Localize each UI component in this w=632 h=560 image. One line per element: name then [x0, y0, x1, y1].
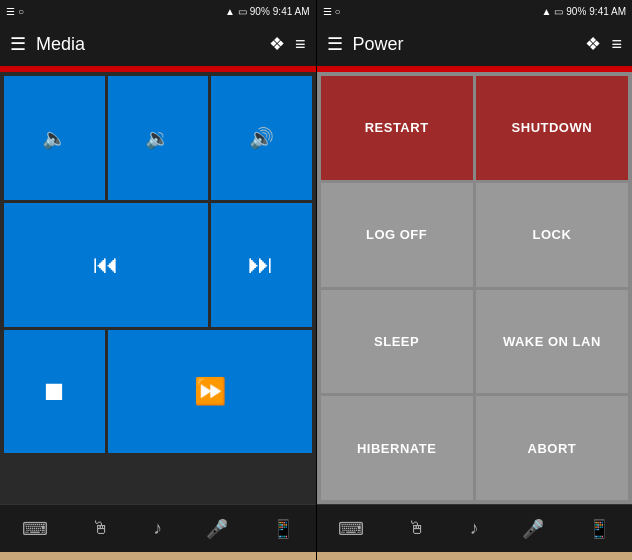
- status-bar-left-icons: ☰ ○: [6, 6, 24, 17]
- menu-icon-left[interactable]: ☰: [10, 33, 26, 55]
- battery-icon: ▭: [238, 6, 247, 17]
- layers-icon-left[interactable]: ❖: [269, 33, 285, 55]
- power-title: Power: [353, 34, 576, 55]
- prev-icon: ⏮: [93, 249, 119, 280]
- wifi-icon-right: ▲: [541, 6, 551, 17]
- phone-nav-icon-right[interactable]: 📱: [580, 510, 618, 548]
- mic-nav-icon-left[interactable]: 🎤: [198, 510, 236, 548]
- bottom-strip-left: [0, 552, 316, 560]
- vol-down-button[interactable]: 🔈: [4, 76, 105, 200]
- overflow-icon-right[interactable]: ≡: [611, 34, 622, 55]
- abort-button[interactable]: ABORT: [476, 396, 628, 500]
- mic-nav-icon-right[interactable]: 🎤: [514, 510, 552, 548]
- power-bottom-nav: ⌨ 🖱 ♪ 🎤 📱: [317, 504, 633, 552]
- power-panel: ☰ ○ ▲ ▭ 90% 9:41 AM ☰ Power ❖ ≡ RESTART …: [317, 0, 633, 560]
- layers-icon-right[interactable]: ❖: [585, 33, 601, 55]
- mouse-nav-icon-left[interactable]: 🖱: [84, 510, 118, 547]
- overflow-icon-left[interactable]: ≡: [295, 34, 306, 55]
- circle-icon-right: ○: [335, 6, 341, 17]
- power-grid: RESTART SHUTDOWN LOG OFF LOCK SLEEP WAKE…: [317, 72, 633, 504]
- status-bar-right-left-icons: ☰ ○: [323, 6, 341, 17]
- battery-percent-right: 90%: [566, 6, 586, 17]
- circle-icon: ○: [18, 6, 24, 17]
- next-button[interactable]: ⏭: [211, 203, 312, 327]
- mouse-nav-icon-right[interactable]: 🖱: [400, 510, 434, 547]
- music-nav-icon-right[interactable]: ♪: [462, 510, 487, 547]
- media-panel: ☰ ○ ▲ ▭ 90% 9:41 AM ☰ Media ❖ ≡ 🔈 🔉 🔊 ⏮: [0, 0, 316, 560]
- log-off-button[interactable]: LOG OFF: [321, 183, 473, 287]
- stop-button[interactable]: ⏹: [4, 330, 105, 454]
- status-bar-left: ☰ ○ ▲ ▭ 90% 9:41 AM: [0, 0, 316, 22]
- skip-forward-button[interactable]: ⏩: [108, 330, 312, 454]
- keyboard-nav-icon-left[interactable]: ⌨: [14, 510, 56, 548]
- vol-up-button[interactable]: 🔊: [211, 76, 312, 200]
- sleep-button[interactable]: SLEEP: [321, 290, 473, 394]
- battery-percent: 90%: [250, 6, 270, 17]
- lock-button[interactable]: LOCK: [476, 183, 628, 287]
- wake-on-lan-button[interactable]: WAKE ON LAN: [476, 290, 628, 394]
- media-app-bar: ☰ Media ❖ ≡: [0, 22, 316, 66]
- vol-mute-button[interactable]: 🔉: [108, 76, 209, 200]
- status-bar-right-icons: ▲ ▭ 90% 9:41 AM: [225, 6, 310, 17]
- music-nav-icon-left[interactable]: ♪: [145, 510, 170, 547]
- power-app-bar: ☰ Power ❖ ≡: [317, 22, 633, 66]
- vol-up-icon: 🔊: [249, 126, 274, 150]
- time-left: 9:41 AM: [273, 6, 310, 17]
- restart-button[interactable]: RESTART: [321, 76, 473, 180]
- prev-button[interactable]: ⏮: [4, 203, 208, 327]
- hibernate-button[interactable]: HIBERNATE: [321, 396, 473, 500]
- vol-down-icon: 🔈: [42, 126, 67, 150]
- bottom-strip-right: [317, 552, 633, 560]
- shutdown-button[interactable]: SHUTDOWN: [476, 76, 628, 180]
- media-grid: 🔈 🔉 🔊 ⏮ ⏭ ⏹ ⏩: [0, 72, 316, 504]
- hamburger-icon-right: ☰: [323, 6, 332, 17]
- hamburger-icon: ☰: [6, 6, 15, 17]
- battery-icon-right: ▭: [554, 6, 563, 17]
- status-bar-right: ☰ ○ ▲ ▭ 90% 9:41 AM: [317, 0, 633, 22]
- media-title: Media: [36, 34, 259, 55]
- menu-icon-right[interactable]: ☰: [327, 33, 343, 55]
- vol-mute-icon: 🔉: [145, 126, 170, 150]
- wifi-icon: ▲: [225, 6, 235, 17]
- phone-nav-icon-left[interactable]: 📱: [264, 510, 302, 548]
- skip-forward-icon: ⏩: [194, 376, 226, 407]
- status-bar-right-right-icons: ▲ ▭ 90% 9:41 AM: [541, 6, 626, 17]
- keyboard-nav-icon-right[interactable]: ⌨: [330, 510, 372, 548]
- stop-icon: ⏹: [41, 376, 67, 407]
- time-right: 9:41 AM: [589, 6, 626, 17]
- media-bottom-nav: ⌨ 🖱 ♪ 🎤 📱: [0, 504, 316, 552]
- next-icon: ⏭: [248, 249, 274, 280]
